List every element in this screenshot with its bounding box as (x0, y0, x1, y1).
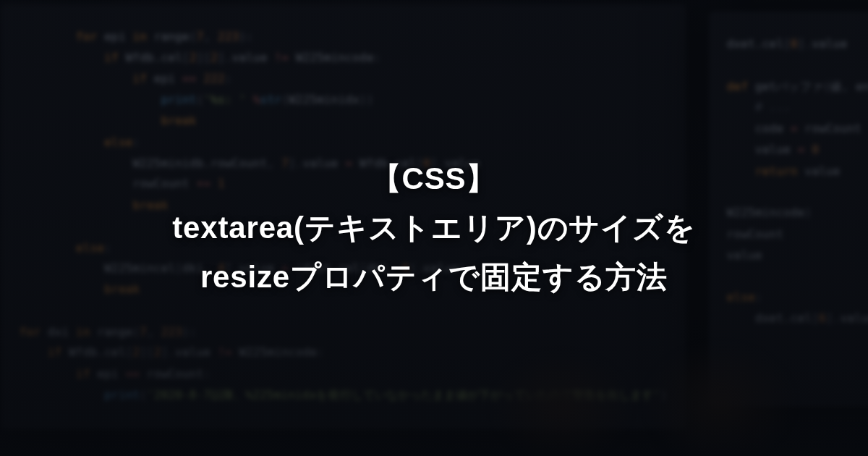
title-line-1: 【CSS】 (371, 159, 498, 199)
title-line-2: textarea(テキストエリア)のサイズを (172, 208, 696, 248)
title-container: 【CSS】 textarea(テキストエリア)のサイズを resizeプロパティ… (0, 0, 868, 456)
title-line-3: resizeプロパティで固定する方法 (200, 257, 668, 297)
